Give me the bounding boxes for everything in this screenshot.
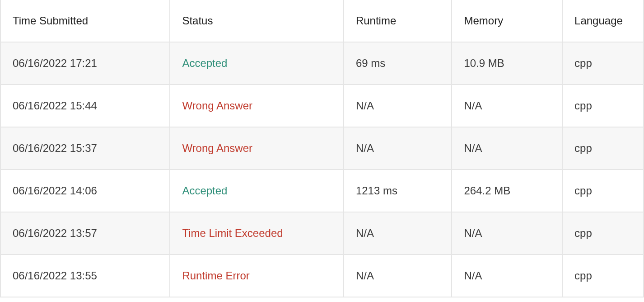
- cell-memory: 10.9 MB: [452, 42, 563, 85]
- cell-time: 06/16/2022 15:44: [1, 85, 170, 127]
- submissions-table: Time Submitted Status Runtime Memory Lan…: [0, 0, 644, 297]
- cell-runtime: N/A: [344, 212, 453, 255]
- col-header-memory: Memory: [452, 0, 563, 42]
- cell-runtime: 1213 ms: [344, 170, 453, 212]
- status-link[interactable]: Runtime Error: [182, 269, 249, 282]
- table-row: 06/16/2022 13:57 Time Limit Exceeded N/A…: [1, 212, 644, 255]
- cell-language: cpp: [563, 42, 644, 85]
- cell-time: 06/16/2022 13:57: [1, 212, 170, 255]
- cell-runtime: N/A: [344, 85, 453, 127]
- cell-language: cpp: [563, 170, 644, 212]
- status-link[interactable]: Accepted: [182, 57, 227, 69]
- cell-status[interactable]: Wrong Answer: [170, 85, 344, 127]
- table-row: 06/16/2022 17:21 Accepted 69 ms 10.9 MB …: [1, 42, 644, 85]
- table-row: 06/16/2022 15:37 Wrong Answer N/A N/A cp…: [1, 127, 644, 170]
- status-link[interactable]: Wrong Answer: [182, 142, 252, 154]
- cell-status[interactable]: Time Limit Exceeded: [170, 212, 344, 255]
- cell-time: 06/16/2022 14:06: [1, 170, 170, 212]
- cell-time: 06/16/2022 15:37: [1, 127, 170, 170]
- cell-time: 06/16/2022 13:55: [1, 255, 170, 297]
- cell-status[interactable]: Accepted: [170, 42, 344, 85]
- table-header-row: Time Submitted Status Runtime Memory Lan…: [1, 0, 644, 42]
- cell-status[interactable]: Wrong Answer: [170, 127, 344, 170]
- cell-memory: N/A: [452, 255, 563, 297]
- col-header-language: Language: [563, 0, 644, 42]
- cell-memory: 264.2 MB: [452, 170, 563, 212]
- cell-status[interactable]: Accepted: [170, 170, 344, 212]
- cell-time: 06/16/2022 17:21: [1, 42, 170, 85]
- table-row: 06/16/2022 15:44 Wrong Answer N/A N/A cp…: [1, 85, 644, 127]
- col-header-runtime: Runtime: [344, 0, 453, 42]
- table-row: 06/16/2022 14:06 Accepted 1213 ms 264.2 …: [1, 170, 644, 212]
- cell-memory: N/A: [452, 127, 563, 170]
- cell-memory: N/A: [452, 212, 563, 255]
- col-header-time: Time Submitted: [1, 0, 170, 42]
- table-row: 06/16/2022 13:55 Runtime Error N/A N/A c…: [1, 255, 644, 297]
- cell-runtime: N/A: [344, 127, 453, 170]
- status-link[interactable]: Accepted: [182, 184, 227, 197]
- cell-language: cpp: [563, 127, 644, 170]
- status-link[interactable]: Wrong Answer: [182, 99, 252, 112]
- cell-language: cpp: [563, 255, 644, 297]
- cell-runtime: 69 ms: [344, 42, 453, 85]
- col-header-status: Status: [170, 0, 344, 42]
- cell-language: cpp: [563, 212, 644, 255]
- status-link[interactable]: Time Limit Exceeded: [182, 227, 283, 239]
- cell-status[interactable]: Runtime Error: [170, 255, 344, 297]
- cell-memory: N/A: [452, 85, 563, 127]
- cell-language: cpp: [563, 85, 644, 127]
- cell-runtime: N/A: [344, 255, 453, 297]
